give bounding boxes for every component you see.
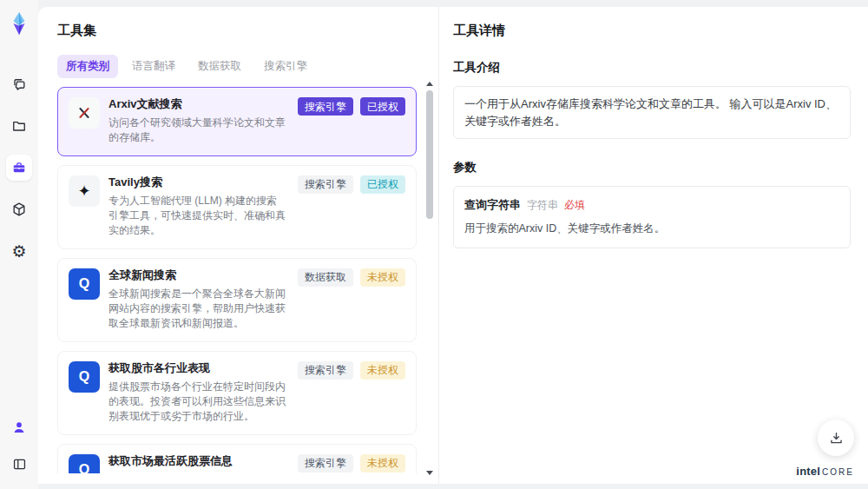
scroll-up-arrow-icon[interactable] — [426, 82, 433, 86]
tool-detail-panel: 工具详情 工具介绍 一个用于从Arxiv存储库搜索科学论文和文章的工具。 输入可… — [438, 7, 868, 484]
category-badge: 搜索引擎 — [298, 175, 353, 194]
news-q-icon: Q — [69, 268, 100, 300]
list-scrollbar[interactable] — [425, 82, 434, 475]
tool-list-panel: 工具集 所有类别 语言翻译 数据获取 搜索引擎 Arxiv文献搜索 访问各个研究… — [38, 7, 438, 484]
tool-card[interactable]: Arxiv文献搜索 访问各个研究领域大量科学论文和文章的存储库。 搜索引擎 已授… — [57, 87, 417, 156]
tool-name: Tavily搜索 — [108, 175, 286, 190]
tab-language-translation[interactable]: 语言翻译 — [123, 55, 184, 78]
tool-card[interactable]: Q 获取股市各行业表现 提供股票市场各个行业在特定时间段内的表现。投资者可以利用… — [57, 351, 417, 435]
category-badge: 搜索引擎 — [298, 361, 353, 380]
intro-text: 一个用于从Arxiv存储库搜索科学论文和文章的工具。 输入可以是Arxiv ID… — [464, 97, 837, 128]
tool-name: 全球新闻搜索 — [108, 268, 286, 283]
user-icon[interactable] — [6, 414, 32, 440]
tool-card[interactable]: Q 全球新闻搜索 全球新闻搜索是一个聚合全球各大新闻网站内容的搜索引擎，帮助用户… — [57, 258, 417, 342]
chat-icon[interactable] — [6, 71, 32, 97]
tool-description: 访问各个研究领域大量科学论文和文章的存储库。 — [108, 116, 286, 146]
category-tabs: 所有类别 语言翻译 数据获取 搜索引擎 — [57, 55, 438, 78]
news-q-icon: Q — [69, 361, 100, 393]
main-content: 工具集 所有类别 语言翻译 数据获取 搜索引擎 Arxiv文献搜索 访问各个研究… — [38, 7, 868, 484]
auth-status-badge: 已授权 — [360, 97, 405, 116]
cube-icon[interactable] — [6, 196, 32, 222]
tool-name: 获取市场最活跃股票信息 — [108, 454, 286, 469]
param-desc: 用于搜索的Arxiv ID、关键字或作者姓名。 — [464, 221, 839, 237]
scrollbar-thumb[interactable] — [426, 90, 433, 219]
param-card: 查询字符串 字符串 必填 用于搜索的Arxiv ID、关键字或作者姓名。 — [453, 186, 851, 248]
intro-card: 一个用于从Arxiv存储库搜索科学论文和文章的工具。 输入可以是Arxiv ID… — [453, 86, 851, 139]
icon-rail: ⚙ — [0, 0, 38, 489]
tool-card[interactable]: ✦ Tavily搜索 专为人工智能代理 (LLM) 构建的搜索引擎工具，可快速提… — [57, 165, 417, 249]
tab-data-fetching[interactable]: 数据获取 — [189, 55, 250, 78]
briefcase-icon[interactable] — [6, 155, 32, 181]
params-heading: 参数 — [453, 160, 851, 175]
auth-status-badge: 未授权 — [360, 361, 405, 380]
page-title: 工具集 — [57, 23, 438, 39]
tool-name: Arxiv文献搜索 — [108, 97, 286, 112]
param-name: 查询字符串 — [464, 197, 521, 213]
tool-description: 提供股票市场各个行业在特定时间段内的表现。投资者可以利用这些信息来识别表现优于或… — [108, 380, 286, 425]
intro-heading: 工具介绍 — [453, 60, 851, 76]
scroll-down-arrow-icon[interactable] — [426, 471, 433, 475]
download-icon — [828, 430, 845, 446]
intel-core-logo: intel CORE — [796, 465, 854, 478]
news-q-icon: Q — [69, 454, 100, 473]
tool-list: Arxiv文献搜索 访问各个研究领域大量科学论文和文章的存储库。 搜索引擎 已授… — [57, 87, 417, 473]
tool-description: 全球新闻搜索是一个聚合全球各大新闻网站内容的搜索引擎，帮助用户快速获取全球最新资… — [108, 287, 286, 332]
panel-toggle-icon[interactable] — [6, 451, 32, 477]
tool-name: 获取股市各行业表现 — [108, 361, 286, 376]
category-badge: 搜索引擎 — [298, 454, 353, 472]
auth-status-badge: 已授权 — [360, 175, 405, 194]
tool-description: 提供当天交易量最高的股票列表，投资者可以利用这些信息来识别流动性强的股票和潜在的… — [108, 472, 286, 473]
folder-icon[interactable] — [6, 113, 32, 139]
tool-description: 专为人工智能代理 (LLM) 构建的搜索引擎工具，可快速提供实时、准确和真实的结… — [108, 194, 286, 239]
tab-all-categories[interactable]: 所有类别 — [57, 55, 118, 78]
detail-title: 工具详情 — [453, 23, 851, 39]
category-badge: 数据获取 — [298, 268, 353, 287]
app-window: ⚙ 工具集 所有类别 语言翻译 — [0, 0, 868, 489]
tool-card[interactable]: Q 获取市场最活跃股票信息 提供当天交易量最高的股票列表，投资者可以利用这些信息… — [57, 444, 417, 473]
tab-search-engine[interactable]: 搜索引擎 — [255, 55, 316, 78]
app-logo — [6, 10, 32, 36]
category-badge: 搜索引擎 — [298, 97, 353, 116]
gear-icon[interactable]: ⚙ — [6, 238, 32, 264]
auth-status-badge: 未授权 — [360, 454, 405, 472]
arxiv-logo-icon — [69, 97, 100, 129]
auth-status-badge: 未授权 — [360, 268, 405, 287]
param-required-badge: 必填 — [564, 198, 585, 213]
tavily-star-icon: ✦ — [69, 175, 100, 207]
download-button[interactable] — [818, 420, 854, 456]
param-type: 字符串 — [527, 198, 558, 213]
